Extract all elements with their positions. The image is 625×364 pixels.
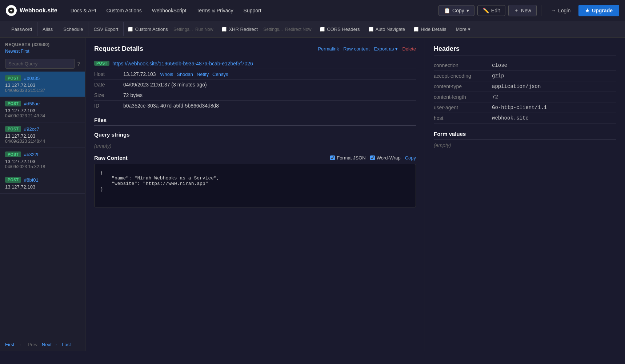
auto-navigate-checkbox[interactable] <box>369 27 373 32</box>
form-values-title: Form values <box>434 131 616 139</box>
raw-content-link[interactable]: Raw content <box>343 46 369 52</box>
upgrade-button[interactable]: ★ Upgrade <box>578 5 619 16</box>
edit-icon: ✏️ <box>483 8 489 13</box>
list-item[interactable]: POST #8bf01 13.127.72.103 <box>0 173 85 194</box>
request-url[interactable]: https://webhook.site/119659db-b93a-487a-… <box>112 61 253 66</box>
hide-details-checkbox-item[interactable]: Hide Details <box>409 24 450 35</box>
req-ip-3: 13.127.72.103 <box>5 159 80 164</box>
nav-docs[interactable]: Docs & API <box>66 5 101 16</box>
nav-alias[interactable]: Alias <box>37 22 58 36</box>
date-label: Date <box>94 82 123 88</box>
nav-schedule[interactable]: Schedule <box>58 22 88 36</box>
pagination-next[interactable]: Next → <box>42 342 57 347</box>
nav-links: Docs & API Custom Actions WebhookScript … <box>66 5 438 16</box>
list-item[interactable]: POST #92cc7 13.127.72.103 04/09/2023 21:… <box>0 122 85 148</box>
req-ip-4: 13.127.72.103 <box>5 184 80 190</box>
star-icon: ★ <box>585 8 590 13</box>
login-icon: → <box>551 8 556 13</box>
search-input[interactable] <box>5 59 75 69</box>
raw-options: Format JSON Word-Wrap Copy <box>330 155 416 161</box>
header-row-host: host webhook.site <box>434 113 616 124</box>
censys-link[interactable]: Censys <box>212 72 228 77</box>
nav-terms[interactable]: Terms & Privacy <box>192 5 237 16</box>
format-json-checkbox-label[interactable]: Format JSON <box>330 155 365 161</box>
delete-link[interactable]: Delete <box>402 46 416 52</box>
xhr-redirect-checkbox-item[interactable]: XHR Redirect Settings... Redirect Now <box>217 24 316 35</box>
custom-actions-checkbox-item[interactable]: Custom Actions Settings... Run Now <box>124 24 217 35</box>
detail-url-row: POST https://webhook.site/119659db-b93a-… <box>94 58 416 69</box>
nav-webhookscript[interactable]: WebhookScript <box>148 5 191 16</box>
request-list: POST #b0a35 13.127.72.103 04/09/2023 21:… <box>0 72 85 338</box>
sidebar-header: REQUESTS (32/500) Newest First <box>0 38 85 57</box>
pagination-first[interactable]: First <box>5 342 14 347</box>
req-time-2: 04/09/2023 21:48:44 <box>5 139 80 144</box>
export-as-dropdown[interactable]: Export as ▾ <box>374 46 398 52</box>
raw-content-code: { "name": "Nirah Webhooks as a Service",… <box>94 164 416 207</box>
content-wrapper: Request Details Permalink Raw content Ex… <box>85 38 625 351</box>
word-wrap-checkbox-label[interactable]: Word-Wrap <box>370 155 401 161</box>
details-panel: Request Details Permalink Raw content Ex… <box>85 38 425 351</box>
nav-support[interactable]: Support <box>239 5 266 16</box>
login-button[interactable]: → Login <box>546 5 576 16</box>
whois-link[interactable]: Whois <box>160 72 173 77</box>
date-value: 04/09/2023 21:51:37 (3 minutes ago) <box>123 82 207 88</box>
help-icon[interactable]: ? <box>77 61 80 67</box>
details-header: Request Details Permalink Raw content Ex… <box>94 45 416 53</box>
nav-custom-actions[interactable]: Custom Actions <box>102 5 146 16</box>
list-item[interactable]: POST #d58ae 13.127.72.103 04/09/2023 21:… <box>0 97 85 122</box>
main-layout: REQUESTS (32/500) Newest First ? POST #b… <box>0 38 625 351</box>
pagination-prev[interactable]: Prev <box>28 342 37 347</box>
permalink-link[interactable]: Permalink <box>318 46 339 52</box>
format-json-label: Format JSON <box>337 155 365 161</box>
word-wrap-label: Word-Wrap <box>377 155 401 161</box>
copy-button[interactable]: 📋 Copy ▾ <box>438 5 474 16</box>
header-row-user-agent: user-agent Go-http-client/1.1 <box>434 102 616 113</box>
header-label-accept-encoding: accept-encoding <box>434 73 492 79</box>
hide-details-checkbox[interactable] <box>414 27 418 32</box>
copy-raw-button[interactable]: Copy <box>405 155 416 161</box>
sidebar: REQUESTS (32/500) Newest First ? POST #b… <box>0 38 85 351</box>
nav-password[interactable]: Password <box>6 22 37 36</box>
req-id-4: #8bf01 <box>24 177 39 183</box>
cors-headers-checkbox-item[interactable]: CORS Headers <box>316 24 364 35</box>
hide-details-label: Hide Details <box>421 27 446 32</box>
secondary-nav: Password Alias Schedule CSV Export Custo… <box>0 21 625 38</box>
word-wrap-checkbox[interactable] <box>370 155 375 160</box>
files-section-title: Files <box>94 117 416 126</box>
req-id-1: #d58ae <box>24 101 40 106</box>
host-value: 13.127.72.103 Whois Shodan Netify Censys <box>123 71 230 77</box>
xhr-redirect-checkbox[interactable] <box>222 27 227 32</box>
format-json-checkbox[interactable] <box>330 155 335 160</box>
auto-navigate-checkbox-item[interactable]: Auto Navigate <box>364 24 410 35</box>
xhr-redirect-label: XHR Redirect <box>229 27 257 32</box>
list-item[interactable]: POST #b0a35 13.127.72.103 04/09/2023 21:… <box>0 72 85 97</box>
header-value-user-agent: Go-http-client/1.1 <box>492 105 547 110</box>
nav-csv-export[interactable]: CSV Export <box>88 22 124 36</box>
header-row-accept-encoding: accept-encoding gzip <box>434 71 616 81</box>
query-strings-empty: (empty) <box>94 143 416 149</box>
details-actions: Permalink Raw content Export as ▾ Delete <box>318 46 416 52</box>
header-label-connection: connection <box>434 62 492 68</box>
cors-headers-checkbox[interactable] <box>320 27 325 32</box>
logo-text: Webhook.site <box>20 7 57 14</box>
header-row-content-type: content-type application/json <box>434 81 616 92</box>
req-time-0: 04/09/2023 21:51:37 <box>5 88 80 93</box>
netify-link[interactable]: Netify <box>197 72 209 77</box>
logo-icon <box>6 5 17 16</box>
size-value: 72 bytes <box>123 92 143 98</box>
list-item[interactable]: POST #b322f 13.127.72.103 04/09/2023 15:… <box>0 148 85 173</box>
method-badge-2: POST <box>5 126 21 132</box>
header-row-connection: connection close <box>434 60 616 71</box>
req-time-1: 04/09/2023 21:49:34 <box>5 113 80 118</box>
custom-actions-extra: Settings... Run Now <box>172 27 213 32</box>
header-label-content-type: content-type <box>434 84 492 89</box>
new-button[interactable]: ＋ New <box>508 5 537 16</box>
edit-button[interactable]: ✏️ Edit <box>477 5 505 16</box>
shodan-link[interactable]: Shodan <box>177 72 193 77</box>
more-dropdown[interactable]: More ▾ <box>450 24 476 35</box>
id-value: b0a352ce-303a-407d-a5fd-5b866d34d8d8 <box>123 103 219 109</box>
pagination-last[interactable]: Last <box>62 342 71 347</box>
custom-actions-checkbox[interactable] <box>128 27 133 32</box>
detail-host-row: Host 13.127.72.103 Whois Shodan Netify C… <box>94 69 416 80</box>
method-badge-0: POST <box>5 75 21 81</box>
